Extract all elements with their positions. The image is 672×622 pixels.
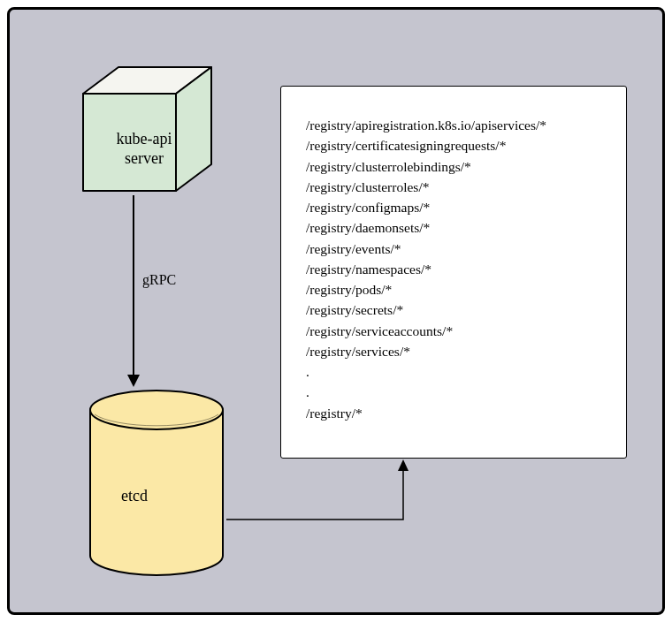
etcd-to-registry-arrow xyxy=(222,456,416,527)
registry-path: . xyxy=(306,382,601,402)
registry-paths-panel: /registry/apiregistration.k8s.io/apiserv… xyxy=(280,86,627,459)
svg-point-2 xyxy=(90,391,223,429)
registry-path: /registry/secrets/* xyxy=(306,300,601,320)
registry-path: /registry/events/* xyxy=(306,239,601,259)
kube-api-label-line1: kube-api xyxy=(117,130,172,148)
registry-path: /registry/certificatesigningrequests/* xyxy=(306,135,601,156)
svg-marker-3 xyxy=(398,459,409,471)
kube-api-label-line2: server xyxy=(125,149,164,167)
etcd-node xyxy=(86,388,227,582)
registry-path: /registry/* xyxy=(306,403,601,423)
registry-path: /registry/clusterrolebindings/* xyxy=(306,156,601,177)
registry-path: /registry/daemonsets/* xyxy=(306,217,601,238)
grpc-edge-label: gRPC xyxy=(142,272,176,288)
grpc-arrow xyxy=(125,191,151,394)
registry-path: /registry/apiregistration.k8s.io/apiserv… xyxy=(306,115,601,135)
registry-path: /registry/serviceaccounts/* xyxy=(306,321,601,341)
registry-path: /registry/configmaps/* xyxy=(306,197,601,217)
etcd-label: etcd xyxy=(121,487,148,505)
diagram-frame: kube-api server gRPC etcd /registry/apir… xyxy=(7,7,665,615)
registry-path: . xyxy=(306,361,601,382)
kube-api-server-node xyxy=(79,63,216,195)
registry-path: /registry/namespaces/* xyxy=(306,259,601,279)
registry-path: /registry/clusterroles/* xyxy=(306,177,601,197)
svg-marker-1 xyxy=(127,375,140,387)
registry-path: /registry/services/* xyxy=(306,341,601,361)
kube-api-server-label: kube-api server xyxy=(91,130,197,168)
registry-path: /registry/pods/* xyxy=(306,279,601,300)
